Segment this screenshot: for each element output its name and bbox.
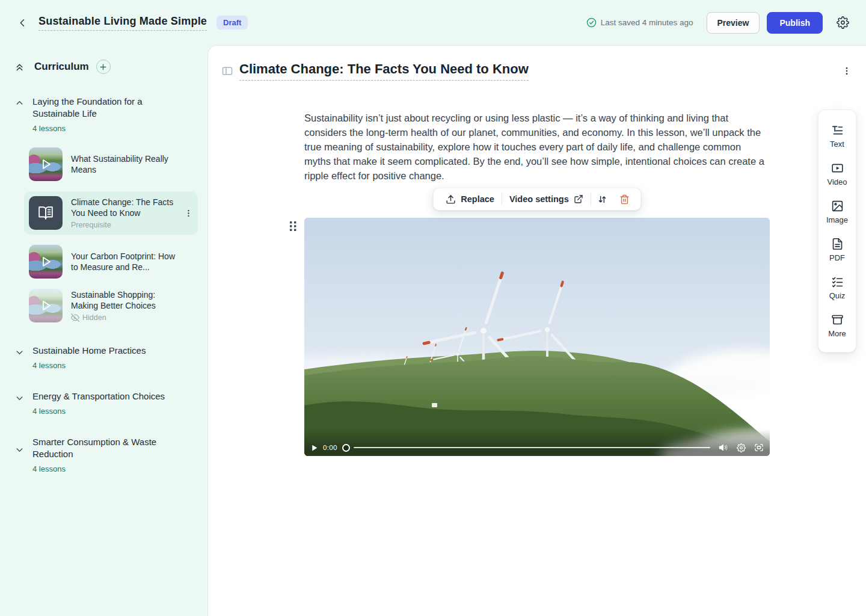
insert-video-button[interactable]: Video: [818, 155, 856, 193]
section-header[interactable]: Energy & Transportation Choices 4 lesson…: [14, 390, 198, 416]
section-title: Energy & Transportation Choices: [32, 390, 165, 402]
delete-block-button[interactable]: [613, 188, 636, 210]
chevron-down-icon[interactable]: [14, 393, 25, 416]
video-poster-wind-turbines: [304, 218, 770, 456]
insert-quiz-button[interactable]: Quiz: [818, 269, 856, 307]
section-lesson-count: 4 lessons: [32, 464, 177, 473]
insert-more-button[interactable]: More: [818, 307, 856, 345]
lesson-subtitle: Prerequisite: [71, 221, 174, 229]
progress-track[interactable]: [354, 447, 710, 448]
lesson-page-title[interactable]: Climate Change: The Facts You Need to Kn…: [239, 61, 529, 81]
fullscreen-icon: [754, 443, 764, 452]
kebab-icon: [184, 209, 193, 218]
lesson-title: Your Carbon Footprint: How to Measure an…: [71, 251, 179, 273]
plus-icon: [99, 63, 107, 71]
video-block: 0:00: [304, 218, 770, 456]
replace-video-button[interactable]: Replace: [438, 188, 502, 210]
add-section-button[interactable]: [96, 60, 111, 74]
curriculum-title: Curriculum: [34, 61, 89, 73]
settings-button[interactable]: [834, 14, 852, 32]
save-status: Last saved 4 minutes ago: [586, 17, 693, 28]
chevrons-up-icon: [14, 62, 25, 72]
lesson-menu-button[interactable]: [183, 206, 194, 220]
lesson-item-selected[interactable]: Climate Change: The Facts You Need to Kn…: [24, 191, 198, 235]
book-open-icon: [38, 205, 54, 221]
lesson-list: What Sustainability Really Means Climate…: [14, 147, 198, 322]
section-lesson-count: 4 lessons: [32, 361, 146, 370]
eye-off-icon: [71, 313, 79, 322]
insert-block-rail: Text Video Image PDF Quiz More: [818, 109, 856, 353]
video-thumbnail: [29, 289, 63, 322]
status-badge: Draft: [216, 16, 248, 29]
trash-icon: [619, 194, 630, 205]
curriculum-header: Curriculum: [14, 60, 198, 74]
lesson-options-button[interactable]: [840, 64, 854, 78]
course-title[interactable]: Sustainable Living Made Simple: [38, 15, 207, 31]
section-lesson-count: 4 lessons: [32, 407, 165, 416]
lesson-item-hidden[interactable]: Sustainable Shopping: Making Better Choi…: [29, 289, 198, 322]
section-lesson-count: 4 lessons: [32, 124, 177, 133]
volume-icon: [719, 443, 728, 452]
chevron-down-icon[interactable]: [14, 445, 25, 473]
video-player[interactable]: 0:00: [304, 218, 770, 456]
video-icon: [831, 162, 844, 174]
section-header[interactable]: Sustainable Home Practices 4 lessons: [14, 345, 198, 370]
publish-button[interactable]: Publish: [767, 12, 823, 34]
image-icon: [831, 200, 844, 212]
section-title: Sustainable Home Practices: [32, 345, 146, 357]
video-block-toolbar: Replace Video settings: [433, 188, 640, 211]
preview-button[interactable]: Preview: [707, 12, 760, 34]
chevron-up-icon[interactable]: [14, 98, 25, 133]
chevron-left-icon: [17, 17, 28, 28]
section-title: Laying the Foundation for a Sustainable …: [32, 96, 177, 120]
top-header: Sustainable Living Made Simple Draft Las…: [0, 0, 866, 45]
lesson-intro-paragraph[interactable]: Sustainability isn’t just about recyclin…: [304, 111, 770, 183]
lesson-title: Climate Change: The Facts You Need to Kn…: [71, 197, 174, 218]
video-thumbnail: [29, 147, 63, 181]
collapse-all-button[interactable]: [14, 62, 25, 72]
lesson-editor-panel: Climate Change: The Facts You Need to Kn…: [207, 45, 866, 616]
curriculum-section: Sustainable Home Practices 4 lessons: [14, 345, 198, 370]
drag-handle[interactable]: [289, 220, 297, 232]
course-builder-app: Sustainable Living Made Simple Draft Las…: [0, 0, 866, 616]
gear-icon: [837, 16, 849, 29]
fullscreen-button[interactable]: [754, 443, 764, 452]
play-icon: [29, 289, 63, 322]
player-settings-button[interactable]: [737, 443, 746, 452]
reading-thumbnail: [29, 196, 63, 230]
play-button[interactable]: [310, 444, 318, 452]
quiz-checklist-icon: [831, 276, 844, 288]
archive-box-icon: [831, 313, 844, 326]
section-title: Smarter Consumption & Waste Reduction: [32, 436, 177, 460]
play-icon: [29, 245, 63, 279]
insert-image-button[interactable]: Image: [818, 193, 856, 231]
pdf-file-icon: [831, 238, 844, 250]
kebab-icon: [842, 66, 852, 76]
external-link-icon: [574, 194, 583, 204]
lesson-item[interactable]: What Sustainability Really Means: [29, 147, 198, 181]
lesson-item[interactable]: Your Carbon Footprint: How to Measure an…: [29, 245, 198, 279]
section-header[interactable]: Laying the Foundation for a Sustainable …: [14, 96, 198, 133]
insert-pdf-button[interactable]: PDF: [818, 231, 856, 269]
curriculum-section: Energy & Transportation Choices 4 lesson…: [14, 390, 198, 416]
sort-arrows-icon: [597, 194, 607, 205]
lesson-title: What Sustainability Really Means: [71, 153, 179, 175]
video-thumbnail: [29, 245, 63, 279]
scrubber-handle[interactable]: [342, 444, 350, 452]
video-settings-button[interactable]: Video settings: [502, 188, 591, 210]
back-button[interactable]: [14, 14, 31, 31]
move-block-button[interactable]: [591, 188, 613, 210]
check-circle-icon: [586, 17, 597, 28]
gear-icon: [737, 443, 746, 452]
curriculum-section: Laying the Foundation for a Sustainable …: [14, 96, 198, 322]
save-status-text: Last saved 4 minutes ago: [601, 18, 693, 27]
play-icon: [29, 147, 63, 181]
video-controls: 0:00: [304, 430, 770, 456]
insert-text-button[interactable]: Text: [818, 117, 856, 155]
section-header[interactable]: Smarter Consumption & Waste Reduction 4 …: [14, 436, 198, 473]
lesson-title: Sustainable Shopping: Making Better Choi…: [71, 289, 179, 311]
lesson-subtitle: Hidden: [71, 313, 198, 322]
volume-button[interactable]: [719, 443, 728, 452]
sidebar-toggle-button[interactable]: [221, 65, 233, 77]
chevron-down-icon[interactable]: [14, 347, 25, 370]
